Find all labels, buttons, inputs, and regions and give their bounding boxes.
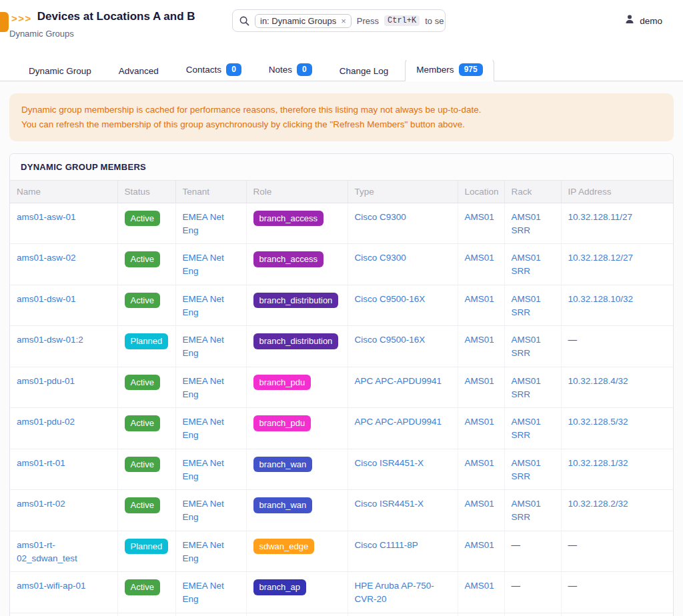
tenant-link[interactable]: EMEA Net Eng xyxy=(183,376,224,399)
location-link[interactable]: AMS01 xyxy=(465,294,494,304)
location-link[interactable]: AMS01 xyxy=(465,499,494,509)
user-icon xyxy=(624,14,635,27)
ip-address-link[interactable]: 10.32.128.11/27 xyxy=(568,212,633,222)
column-header-type: Type xyxy=(348,181,458,203)
device-link[interactable]: ams01-wifi-ap-01 xyxy=(17,581,86,591)
role-badge[interactable]: branch_wan xyxy=(253,457,313,473)
status-badge[interactable]: Active xyxy=(125,497,160,513)
rack-link[interactable]: AMS01 SRR xyxy=(512,212,541,235)
status-badge[interactable]: Active xyxy=(125,293,160,309)
role-badge[interactable]: branch_access xyxy=(253,211,323,227)
role-badge[interactable]: branch_distribution xyxy=(253,333,339,349)
tenant-link[interactable]: EMEA Net Eng xyxy=(183,458,224,481)
role-badge[interactable]: branch_access xyxy=(253,251,323,267)
status-badge[interactable]: Active xyxy=(125,211,160,227)
rack-link[interactable]: AMS01 SRR xyxy=(512,253,541,276)
tenant-link[interactable]: EMEA Net Eng xyxy=(183,417,224,440)
rack-link[interactable]: AMS01 SRR xyxy=(512,376,541,399)
tenant-link[interactable]: EMEA Net Eng xyxy=(183,540,224,563)
keyboard-shortcut-key: Ctrl+K xyxy=(384,15,420,26)
tab-label: Members xyxy=(416,65,454,75)
rack-link[interactable]: AMS01 SRR xyxy=(512,294,541,317)
tenant-link[interactable]: EMEA Net Eng xyxy=(183,335,224,358)
role-badge[interactable]: branch_pdu xyxy=(253,375,311,391)
tab-advanced[interactable]: Advanced xyxy=(108,61,169,81)
device-link[interactable]: ams01-rt-01 xyxy=(17,458,65,468)
location-link[interactable]: AMS01 xyxy=(465,581,494,591)
search-filter-label: in: Dynamic Groups xyxy=(260,16,336,26)
table-row: ams01-pdu-02ActiveEMEA Net Engbranch_pdu… xyxy=(10,408,673,449)
device-type-link[interactable]: Cisco C9500-16X xyxy=(355,335,426,345)
ip-address-link[interactable]: 10.32.128.10/32 xyxy=(568,294,634,304)
device-type-link[interactable]: Cisco C9500-16X xyxy=(355,294,426,304)
device-type-link[interactable]: APC APC-APDU9941 xyxy=(355,376,442,386)
tab-label: Advanced xyxy=(119,66,159,76)
status-badge[interactable]: Planned xyxy=(125,333,169,349)
device-type-link[interactable]: Cisco C1111-8P xyxy=(355,540,418,550)
ip-address-link[interactable]: 10.32.128.12/27 xyxy=(568,253,634,263)
location-link[interactable]: AMS01 xyxy=(465,335,494,345)
device-link[interactable]: ams01-pdu-01 xyxy=(17,376,75,386)
chip-remove-icon[interactable]: × xyxy=(341,16,346,26)
device-type-link[interactable]: APC APC-APDU9941 xyxy=(355,417,442,427)
device-link[interactable]: ams01-rt-02_sdwan_test xyxy=(17,540,77,563)
ip-address-link[interactable]: 10.32.128.5/32 xyxy=(568,417,628,427)
device-link[interactable]: ams01-dsw-01 xyxy=(17,294,76,304)
tab-change-log[interactable]: Change Log xyxy=(329,61,400,81)
device-type-link[interactable]: HPE Aruba AP-750-CVR-20 xyxy=(355,581,434,604)
table-row: ams01-rt-02_sdwan_testPlannedEMEA Net En… xyxy=(10,531,673,572)
device-link[interactable]: ams01-pdu-02 xyxy=(17,417,75,427)
table-row: ams01-asw-02ActiveEMEA Net Engbranch_acc… xyxy=(10,244,673,285)
ip-address-link[interactable]: 10.32.128.2/32 xyxy=(568,499,628,509)
role-badge[interactable]: branch_distribution xyxy=(253,293,339,309)
device-type-link[interactable]: Cisco ISR4451-X xyxy=(355,499,424,509)
role-badge[interactable]: branch_pdu xyxy=(253,415,311,431)
tab-notes[interactable]: Notes0 xyxy=(258,59,323,81)
device-link[interactable]: ams01-asw-01 xyxy=(17,212,76,222)
search-input[interactable]: in: Dynamic Groups × Press Ctrl+K to se xyxy=(232,9,446,32)
device-type-link[interactable]: Cisco C9300 xyxy=(355,212,406,222)
tab-label: Change Log xyxy=(339,66,389,76)
status-badge[interactable]: Active xyxy=(125,375,160,391)
role-badge[interactable]: sdwan_edge xyxy=(253,539,315,555)
rack-link[interactable]: AMS01 SRR xyxy=(512,417,541,440)
role-badge[interactable]: branch_wan xyxy=(253,497,313,513)
device-type-link[interactable]: Cisco C9300 xyxy=(355,253,406,263)
tenant-link[interactable]: EMEA Net Eng xyxy=(183,212,224,235)
tab-contacts[interactable]: Contacts0 xyxy=(175,59,252,81)
nautobot-logo-icon[interactable]: >>> xyxy=(11,13,32,24)
rack-link[interactable]: AMS01 SRR xyxy=(512,499,541,522)
ip-address-link[interactable]: 10.32.128.1/32 xyxy=(568,458,628,468)
tenant-link[interactable]: EMEA Net Eng xyxy=(183,253,224,276)
tenant-link[interactable]: EMEA Net Eng xyxy=(183,294,224,317)
location-link[interactable]: AMS01 xyxy=(465,212,494,222)
rack-link[interactable]: AMS01 SRR xyxy=(512,335,541,358)
user-menu[interactable]: demo xyxy=(624,14,662,27)
location-link[interactable]: AMS01 xyxy=(465,253,494,263)
search-hint-suffix: to se xyxy=(425,16,444,26)
rack-link[interactable]: AMS01 SRR xyxy=(512,458,541,481)
tab-dynamic-group[interactable]: Dynamic Group xyxy=(18,61,102,81)
search-filter-chip[interactable]: in: Dynamic Groups × xyxy=(255,14,352,28)
status-badge[interactable]: Active xyxy=(125,579,160,595)
status-badge[interactable]: Active xyxy=(125,251,160,267)
location-link[interactable]: AMS01 xyxy=(465,417,494,427)
tenant-link[interactable]: EMEA Net Eng xyxy=(183,581,224,604)
tenant-link[interactable]: EMEA Net Eng xyxy=(183,499,224,522)
location-link[interactable]: AMS01 xyxy=(465,376,494,386)
role-badge[interactable]: branch_ap xyxy=(253,579,306,595)
device-type-link[interactable]: Cisco ISR4451-X xyxy=(355,458,424,468)
status-badge[interactable]: Active xyxy=(125,415,160,431)
location-link[interactable]: AMS01 xyxy=(465,540,494,550)
device-link[interactable]: ams01-rt-02 xyxy=(17,499,65,509)
tab-members[interactable]: Members975 xyxy=(405,58,494,81)
device-link[interactable]: ams01-dsw-01:2 xyxy=(17,335,83,345)
device-link[interactable]: ams01-asw-02 xyxy=(17,253,76,263)
sidebar-toggle[interactable] xyxy=(0,12,9,32)
location-link[interactable]: AMS01 xyxy=(465,458,494,468)
status-badge[interactable]: Active xyxy=(125,457,160,473)
tab-label: Dynamic Group xyxy=(29,66,91,76)
status-badge[interactable]: Planned xyxy=(125,539,169,555)
ip-address-link[interactable]: 10.32.128.4/32 xyxy=(568,376,628,386)
column-header-status: Status xyxy=(117,181,175,203)
